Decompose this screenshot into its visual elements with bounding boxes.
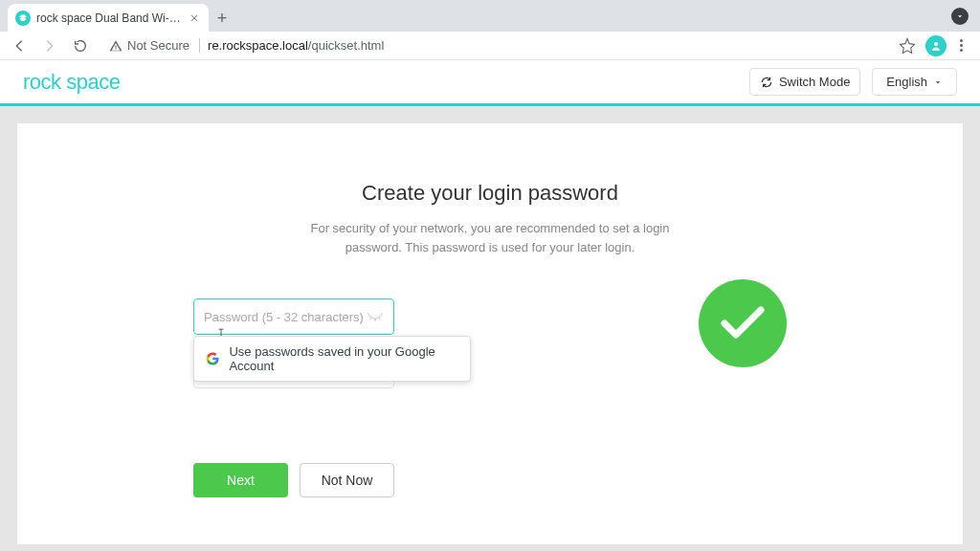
browser-tab-strip: rock space Dual Band Wi-Fi Re + [0, 0, 980, 32]
page-subtitle: For security of your network, you are re… [56, 219, 924, 256]
toggle-visibility-icon[interactable] [367, 310, 384, 323]
page-title: Create your login password [56, 181, 924, 206]
page-viewport: rock space Switch Mode English Create yo… [0, 60, 980, 551]
not-secure-label: Not Secure [127, 38, 189, 53]
not-now-button[interactable]: Not Now [300, 463, 394, 497]
address-bar[interactable]: Not Secure re.rockspace.local/quickset.h… [100, 34, 891, 57]
password-field-wrap: Use passwords saved in your Google Accou… [193, 298, 394, 335]
profile-avatar-icon[interactable] [925, 35, 947, 56]
autofill-text: Use passwords saved in your Google Accou… [229, 344, 458, 373]
back-button[interactable] [8, 34, 31, 57]
next-button[interactable]: Next [193, 463, 288, 497]
browser-menu-icon[interactable] [956, 39, 967, 52]
new-tab-button[interactable]: + [209, 5, 235, 32]
success-check-icon [699, 279, 787, 367]
tab-favicon-icon [15, 11, 31, 26]
button-row: Next Not Now [193, 463, 394, 497]
tab-close-icon[interactable] [188, 11, 201, 25]
forward-button[interactable] [38, 34, 61, 57]
logo: rock space [23, 70, 120, 95]
google-icon [206, 351, 219, 366]
refresh-icon [760, 76, 773, 89]
url-text: re.rockspace.local/quickset.html [208, 38, 384, 53]
password-input[interactable] [204, 310, 367, 324]
chevron-down-icon [933, 77, 943, 87]
main-card: Create your login password For security … [17, 123, 963, 544]
not-secure-indicator[interactable]: Not Secure [109, 38, 200, 53]
svg-point-0 [934, 42, 938, 46]
page-header: rock space Switch Mode English [0, 60, 980, 106]
language-label: English [886, 75, 927, 89]
switch-mode-button[interactable]: Switch Mode [749, 68, 860, 96]
window-profile-icon[interactable] [951, 8, 969, 25]
reload-button[interactable] [69, 34, 92, 57]
warning-icon [109, 39, 122, 53]
bookmark-star-icon[interactable] [899, 37, 916, 55]
tab-title: rock space Dual Band Wi-Fi Re [36, 11, 182, 25]
autofill-popup[interactable]: Use passwords saved in your Google Accou… [193, 336, 471, 382]
browser-tab[interactable]: rock space Dual Band Wi-Fi Re [8, 4, 209, 32]
language-select[interactable]: English [872, 68, 957, 96]
browser-toolbar: Not Secure re.rockspace.local/quickset.h… [0, 32, 980, 60]
form-area: Use passwords saved in your Google Accou… [193, 298, 787, 497]
switch-mode-label: Switch Mode [779, 75, 850, 89]
content-area: Create your login password For security … [0, 106, 980, 551]
